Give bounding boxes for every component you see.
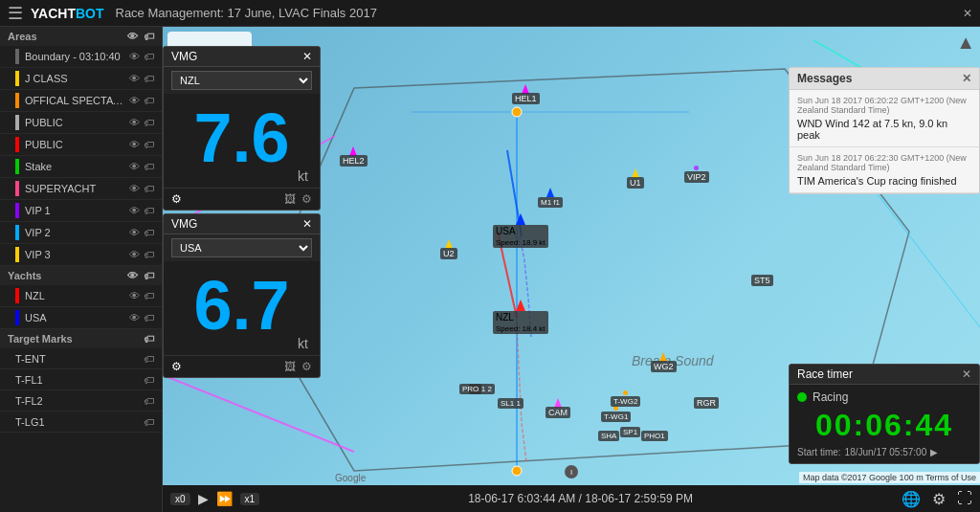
sidebar-item-usa[interactable]: USA 👁 🏷	[0, 307, 162, 329]
globe-button[interactable]: 🌐	[902, 490, 921, 508]
usa-tag-icon[interactable]: 🏷	[144, 312, 154, 323]
spectators-eye-icon[interactable]: 👁	[129, 95, 140, 106]
public2-label: PUBLIC	[25, 139, 125, 150]
race-time-display: 00:06:44	[797, 408, 971, 443]
message-item-2: Sun Jun 18 2017 06:22:30 GMT+1200 (New Z…	[790, 147, 979, 193]
stake-tag-icon[interactable]: 🏷	[144, 161, 154, 172]
vmg1-close-button[interactable]: ✕	[302, 50, 312, 63]
sidebar-item-stake[interactable]: Stake 👁 🏷	[0, 156, 162, 178]
sidebar-item-vip3[interactable]: VIP 3 👁 🏷	[0, 244, 162, 266]
vmg1-settings-icon[interactable]: ⚙	[301, 192, 312, 206]
public1-tag-icon[interactable]: 🏷	[144, 117, 154, 128]
sidebar-item-jclass[interactable]: J CLASS 👁 🏷	[0, 68, 162, 90]
race-timer-close-button[interactable]: ✕	[962, 367, 971, 381]
time-display: 18-06-17 6:03:44 AM / 18-06-17 2:59:59 P…	[267, 492, 894, 505]
tlg1-tag-icon[interactable]: 🏷	[144, 416, 154, 428]
fastforward-button[interactable]: ⏩	[216, 491, 233, 506]
sidebar-item-tfl2[interactable]: T-FL2 🏷	[0, 390, 162, 412]
sidebar-item-boundary[interactable]: Boundary - 03:10:40 👁 🏷	[0, 46, 162, 68]
vmg1-yacht-select[interactable]: NZL USA	[171, 71, 312, 90]
vmg2-close-button[interactable]: ✕	[302, 217, 312, 231]
vip1-color	[15, 203, 19, 218]
yachts-tag-icon[interactable]: 🏷	[144, 270, 154, 281]
sidebar-item-public2[interactable]: PUBLIC 👁 🏷	[0, 134, 162, 156]
sidebar-item-tfl1[interactable]: T-FL1 🏷	[0, 369, 162, 390]
boat-sha: SHA	[598, 431, 619, 440]
vip2-tag-icon[interactable]: 🏷	[144, 227, 154, 238]
expand-button[interactable]: ⛶	[957, 490, 972, 508]
nzl-color	[15, 288, 19, 303]
public1-eye-icon[interactable]: 👁	[129, 117, 140, 128]
tfl2-tag-icon[interactable]: 🏷	[144, 395, 154, 407]
vmg2-header: VMG ✕	[164, 214, 320, 234]
tent-tag-icon[interactable]: 🏷	[144, 353, 154, 365]
public2-color	[15, 137, 19, 152]
tent-label: T-ENT	[15, 353, 140, 365]
sidebar-item-vip1[interactable]: VIP 1 👁 🏷	[0, 200, 162, 222]
vip2-eye-icon[interactable]: 👁	[129, 227, 140, 238]
sidebar-item-spectators[interactable]: OFFICAL SPECTATORS 👁 🏷	[0, 90, 162, 112]
message2-time: Sun Jun 18 2017 06:22:30 GMT+1200 (New Z…	[797, 153, 971, 172]
stake-eye-icon[interactable]: 👁	[129, 161, 140, 172]
vmg1-footer: ⚙ 🖼 ⚙	[164, 188, 320, 210]
vip3-tag-icon[interactable]: 🏷	[144, 249, 154, 260]
sidebar-item-nzl[interactable]: NZL 👁 🏷	[0, 285, 162, 307]
message-item-1: Sun Jun 18 2017 06:20:22 GMT+1200 (New Z…	[790, 90, 979, 147]
nzl-eye-icon[interactable]: 👁	[129, 290, 140, 301]
target-marks-label: Target Marks	[8, 333, 73, 345]
vmg2-gear-icon[interactable]: ⚙	[171, 360, 182, 373]
sidebar-item-public1[interactable]: PUBLIC 👁 🏷	[0, 112, 162, 134]
boundary-label: Boundary - 03:10:40	[25, 51, 125, 62]
target-marks-tag-icon[interactable]: 🏷	[144, 333, 154, 345]
messages-close-button[interactable]: ✕	[962, 72, 971, 85]
boat-cam: CAM	[546, 398, 570, 417]
boundary-tag-icon[interactable]: 🏷	[144, 51, 154, 62]
vmg2-settings-icon[interactable]: ⚙	[301, 360, 312, 373]
yachts-eye-icon[interactable]: 👁	[127, 270, 138, 281]
boat-twg2: T-WG2	[611, 390, 640, 406]
public2-tag-icon[interactable]: 🏷	[144, 139, 154, 150]
close-icon[interactable]: ✕	[963, 7, 972, 20]
vip3-eye-icon[interactable]: 👁	[129, 249, 140, 260]
play-button[interactable]: ▶	[198, 491, 209, 506]
boundary-eye-icon[interactable]: 👁	[129, 51, 140, 62]
gear-button[interactable]: ⚙	[932, 490, 946, 508]
speed-x0-badge: x0	[170, 493, 190, 505]
menu-icon[interactable]: ☰	[8, 3, 23, 24]
jclass-eye-icon[interactable]: 👁	[129, 73, 140, 84]
vip1-eye-icon[interactable]: 👁	[129, 205, 140, 216]
areas-section-header: Areas 👁 🏷	[0, 27, 162, 46]
superyacht-label: SUPERYACHT	[25, 183, 125, 194]
boat-vip2: VIP2	[684, 166, 709, 182]
areas-eye-icon[interactable]: 👁	[127, 31, 138, 42]
jclass-tag-icon[interactable]: 🏷	[144, 73, 154, 84]
status-text: Racing	[813, 390, 848, 404]
superyacht-eye-icon[interactable]: 👁	[129, 183, 140, 194]
boundary-color	[15, 49, 19, 64]
vmg2-screenshot-icon[interactable]: 🖼	[284, 360, 296, 373]
sidebar-item-vip2[interactable]: VIP 2 👁 🏷	[0, 222, 162, 244]
tfl1-tag-icon[interactable]: 🏷	[144, 374, 154, 386]
sidebar-item-superyacht[interactable]: SUPERYACHT 👁 🏷	[0, 178, 162, 200]
vmg2-yacht-select[interactable]: NZL USA	[171, 238, 312, 257]
speed-x1-badge: x1	[240, 493, 260, 505]
nzl-tag-icon[interactable]: 🏷	[144, 290, 154, 301]
vip1-label: VIP 1	[25, 205, 125, 216]
vmg-panel-nzl: VMG ✕ NZL USA 7.6 kt ⚙ 🖼 ⚙	[163, 46, 321, 211]
map-area[interactable]: Bream Sound ☁ iGTiMi Real-time things ▲ …	[163, 27, 980, 512]
usa-eye-icon[interactable]: 👁	[129, 312, 140, 323]
vmg1-title: VMG	[171, 50, 197, 63]
sidebar-item-tlg1[interactable]: T-LG1 🏷	[0, 412, 162, 433]
vip1-tag-icon[interactable]: 🏷	[144, 205, 154, 216]
spectators-tag-icon[interactable]: 🏷	[144, 95, 154, 106]
stake-color	[15, 159, 19, 174]
spectators-label: OFFICAL SPECTATORS	[25, 95, 125, 106]
boat-u1: U1	[627, 168, 644, 188]
sidebar-item-tent[interactable]: T-ENT 🏷	[0, 348, 162, 369]
vmg1-screenshot-icon[interactable]: 🖼	[284, 192, 296, 206]
vmg1-gear-icon[interactable]: ⚙	[171, 192, 182, 206]
start-time-arrow[interactable]: ▶	[930, 447, 938, 457]
areas-tag-icon[interactable]: 🏷	[144, 31, 154, 42]
superyacht-tag-icon[interactable]: 🏷	[144, 183, 154, 194]
public2-eye-icon[interactable]: 👁	[129, 139, 140, 150]
